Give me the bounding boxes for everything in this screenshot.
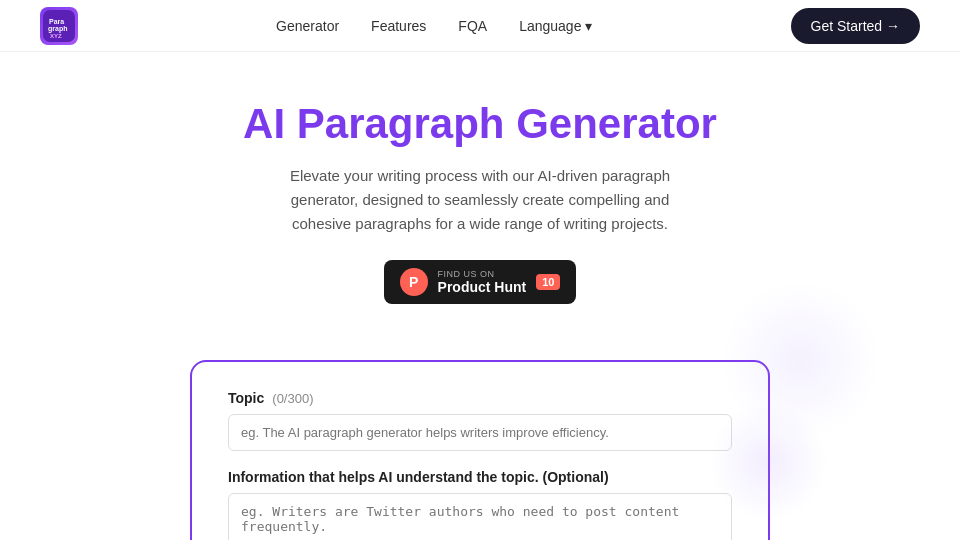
get-started-button[interactable]: Get Started → bbox=[791, 8, 920, 44]
hero-title: AI Paragraph Generator bbox=[40, 100, 920, 148]
navbar: Para graph XYZ Generator Features FQA La… bbox=[0, 0, 960, 52]
chevron-down-icon: ▾ bbox=[585, 18, 592, 34]
product-hunt-icon: P bbox=[400, 268, 428, 296]
product-hunt-count: 10 bbox=[536, 274, 560, 290]
svg-text:Para: Para bbox=[49, 18, 64, 25]
info-textarea[interactable] bbox=[228, 493, 732, 540]
svg-text:graph: graph bbox=[48, 25, 67, 33]
nav-links: Generator Features FQA Language ▾ bbox=[276, 18, 592, 34]
topic-label: Topic (0/300) bbox=[228, 390, 732, 406]
nav-language-dropdown[interactable]: Language ▾ bbox=[519, 18, 592, 34]
hero-section: AI Paragraph Generator Elevate your writ… bbox=[0, 52, 960, 336]
svg-text:XYZ: XYZ bbox=[50, 33, 62, 39]
topic-input[interactable] bbox=[228, 414, 732, 451]
hero-description: Elevate your writing process with our AI… bbox=[260, 164, 700, 236]
char-count: (0/300) bbox=[272, 391, 313, 406]
generator-form-card: Topic (0/300) Information that helps AI … bbox=[190, 360, 770, 540]
nav-fqa[interactable]: FQA bbox=[458, 18, 487, 34]
info-label: Information that helps AI understand the… bbox=[228, 469, 732, 485]
nav-generator[interactable]: Generator bbox=[276, 18, 339, 34]
product-hunt-find-label: FIND US ON bbox=[438, 269, 495, 279]
product-hunt-badge[interactable]: P FIND US ON Product Hunt 10 bbox=[384, 260, 577, 304]
logo[interactable]: Para graph XYZ bbox=[40, 7, 78, 45]
nav-features[interactable]: Features bbox=[371, 18, 426, 34]
logo-icon: Para graph XYZ bbox=[40, 7, 78, 45]
product-hunt-name: Product Hunt bbox=[438, 279, 527, 295]
